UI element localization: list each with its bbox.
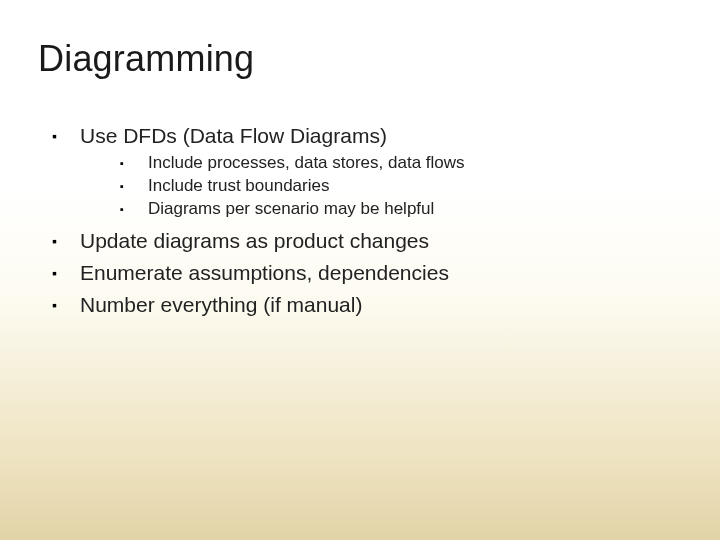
list-item: ▪ Update diagrams as product changes bbox=[38, 227, 680, 255]
list-item-text: Update diagrams as product changes bbox=[80, 227, 429, 255]
slide-title: Diagramming bbox=[38, 38, 254, 80]
list-item-text: Include processes, data stores, data flo… bbox=[148, 152, 465, 174]
list-item: ▪ Number everything (if manual) bbox=[38, 291, 680, 319]
list-item-text: Number everything (if manual) bbox=[80, 291, 362, 319]
square-bullet-icon: ▪ bbox=[120, 198, 128, 220]
slide-body: ▪ Use DFDs (Data Flow Diagrams) ▪ Includ… bbox=[38, 118, 680, 321]
slide: Diagramming ▪ Use DFDs (Data Flow Diagra… bbox=[0, 0, 720, 540]
square-bullet-icon: ▪ bbox=[52, 227, 62, 255]
list-item: ▪ Use DFDs (Data Flow Diagrams) bbox=[38, 122, 680, 150]
list-item-text: Diagrams per scenario may be helpful bbox=[148, 198, 434, 220]
list-item: ▪ Diagrams per scenario may be helpful bbox=[38, 198, 680, 220]
list-item-text: Include trust boundaries bbox=[148, 175, 329, 197]
square-bullet-icon: ▪ bbox=[52, 259, 62, 287]
list-item: ▪ Include processes, data stores, data f… bbox=[38, 152, 680, 174]
list-item: ▪ Enumerate assumptions, dependencies bbox=[38, 259, 680, 287]
square-bullet-icon: ▪ bbox=[52, 291, 62, 319]
list-item-text: Use DFDs (Data Flow Diagrams) bbox=[80, 122, 387, 150]
square-bullet-icon: ▪ bbox=[120, 152, 128, 174]
list-item-text: Enumerate assumptions, dependencies bbox=[80, 259, 449, 287]
square-bullet-icon: ▪ bbox=[120, 175, 128, 197]
square-bullet-icon: ▪ bbox=[52, 122, 62, 150]
list-item: ▪ Include trust boundaries bbox=[38, 175, 680, 197]
